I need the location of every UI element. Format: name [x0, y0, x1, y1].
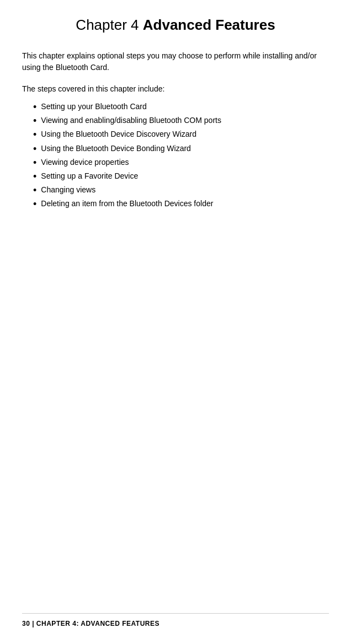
- intro-paragraph: This chapter explains optional steps you…: [22, 50, 329, 73]
- bullet-item-8: Deleting an item from the Bluetooth Devi…: [33, 197, 329, 211]
- steps-intro: The steps covered in this chapter includ…: [22, 83, 329, 95]
- chapter-title-bold: Advanced Features: [143, 17, 275, 33]
- page-footer: 30 | CHAPTER 4: ADVANCED FEATURES: [22, 620, 159, 627]
- footer-divider: [22, 613, 329, 614]
- bullet-item-5: Viewing device properties: [33, 156, 329, 170]
- bullet-item-4: Using the Bluetooth Device Bonding Wizar…: [33, 142, 329, 156]
- bullet-item-6: Setting up a Favorite Device: [33, 170, 329, 184]
- bullet-item-3: Using the Bluetooth Device Discovery Wiz…: [33, 128, 329, 142]
- bullet-item-7: Changing views: [33, 184, 329, 197]
- bullet-list: Setting up your Bluetooth CardViewing an…: [33, 100, 329, 212]
- page-container: Chapter 4 Advanced Features This chapter…: [0, 0, 351, 644]
- chapter-title: Chapter 4 Advanced Features: [22, 17, 329, 34]
- bullet-item-1: Setting up your Bluetooth Card: [33, 100, 329, 114]
- chapter-prefix: Chapter 4: [76, 17, 142, 33]
- bullet-item-2: Viewing and enabling/disabling Bluetooth…: [33, 114, 329, 128]
